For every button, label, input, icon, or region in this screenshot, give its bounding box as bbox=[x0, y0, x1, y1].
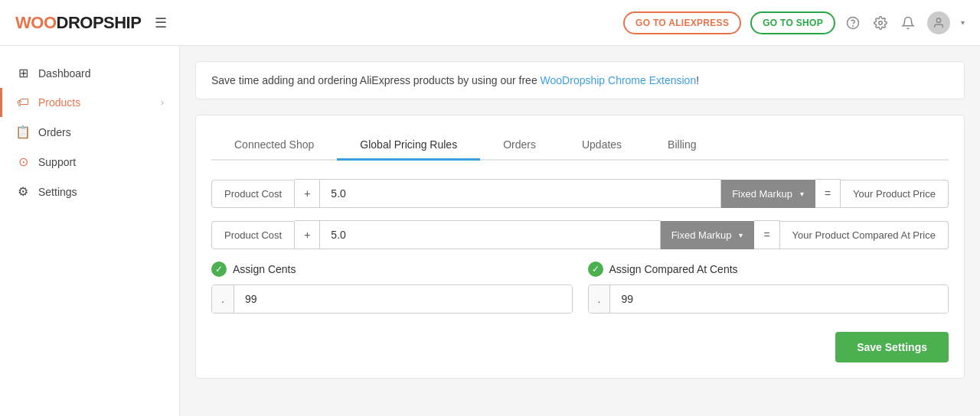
cents-input-row-left: . bbox=[211, 284, 573, 314]
chrome-extension-link[interactable]: WooDropship Chrome Extension bbox=[541, 74, 697, 86]
save-row: Save Settings bbox=[211, 332, 949, 362]
avatar[interactable] bbox=[927, 11, 950, 34]
sidebar-item-label: Settings bbox=[38, 186, 164, 198]
dashboard-icon: ⊞ bbox=[15, 66, 31, 80]
product-cost-label-2: Product Cost bbox=[211, 221, 295, 249]
sidebar-item-settings[interactable]: ⚙ Settings bbox=[0, 177, 179, 206]
assign-cents-col: ✓ Assign Cents . bbox=[211, 262, 573, 314]
markup-type-select-2[interactable]: Fixed Markup ▾ bbox=[661, 221, 755, 249]
chevron-right-icon: › bbox=[161, 97, 164, 108]
header-right: GO TO ALIEXPRESS GO TO SHOP ▾ bbox=[623, 11, 965, 34]
orders-icon: 📋 bbox=[15, 125, 31, 139]
assign-cents-checkbox-row[interactable]: ✓ Assign Cents bbox=[211, 262, 573, 277]
products-icon: 🏷 bbox=[15, 96, 31, 109]
assign-compared-cents-col: ✓ Assign Compared At Cents . bbox=[588, 262, 949, 314]
assign-cents-check-icon: ✓ bbox=[211, 262, 227, 277]
dot-separator-right: . bbox=[589, 285, 611, 313]
tab-bar: Connected Shop Global Pricing Rules Orde… bbox=[211, 131, 949, 161]
header-icons: ▾ bbox=[844, 11, 965, 34]
tab-global-pricing-rules[interactable]: Global Pricing Rules bbox=[337, 131, 480, 161]
settings-icon: ⚙ bbox=[15, 184, 31, 199]
svg-point-2 bbox=[879, 21, 883, 24]
plus-sign-2: + bbox=[295, 220, 320, 249]
dropdown-arrow-icon-1: ▾ bbox=[800, 190, 804, 198]
markup-value-input-1[interactable] bbox=[320, 179, 721, 208]
sidebar-item-products[interactable]: 🏷 Products › bbox=[0, 88, 179, 117]
settings-icon[interactable] bbox=[872, 15, 889, 31]
sidebar-item-orders[interactable]: 📋 Orders bbox=[0, 117, 179, 147]
banner-text-before: Save time adding and ordering AliExpress… bbox=[211, 74, 541, 86]
sidebar-item-label: Orders bbox=[38, 126, 164, 138]
cents-value-input-left[interactable] bbox=[234, 285, 572, 313]
tab-updates[interactable]: Updates bbox=[559, 131, 645, 161]
chrome-extension-banner: Save time adding and ordering AliExpress… bbox=[195, 61, 965, 99]
sidebar-item-label: Products bbox=[38, 96, 153, 109]
go-to-aliexpress-button[interactable]: GO TO ALIEXPRESS bbox=[623, 11, 741, 34]
markup-type-label-1: Fixed Markup bbox=[732, 188, 792, 200]
plus-sign-1: + bbox=[295, 179, 320, 208]
tab-billing[interactable]: Billing bbox=[645, 131, 719, 161]
your-product-compared-price-label: Your Product Compared At Price bbox=[780, 221, 949, 249]
main-layout: ⊞ Dashboard 🏷 Products › 📋 Orders ⊙ Supp… bbox=[0, 46, 980, 416]
tab-orders[interactable]: Orders bbox=[480, 131, 559, 161]
sidebar-item-dashboard[interactable]: ⊞ Dashboard bbox=[0, 58, 179, 88]
logo: WOODROPSHIP ☰ bbox=[15, 13, 167, 33]
content-area: Save time adding and ordering AliExpress… bbox=[180, 46, 980, 416]
banner-text-after: ! bbox=[696, 74, 699, 86]
markup-value-input-2[interactable] bbox=[320, 220, 660, 249]
notification-icon[interactable] bbox=[900, 15, 916, 31]
cents-input-row-right: . bbox=[588, 284, 949, 314]
avatar-chevron[interactable]: ▾ bbox=[961, 18, 965, 27]
sidebar-item-support[interactable]: ⊙ Support bbox=[0, 147, 179, 177]
logo-woo: WOO bbox=[15, 13, 57, 32]
equals-sign-2: = bbox=[754, 220, 779, 249]
dot-separator-left: . bbox=[212, 285, 234, 313]
support-icon: ⊙ bbox=[15, 154, 31, 169]
sidebar-item-label: Dashboard bbox=[38, 67, 164, 80]
svg-point-1 bbox=[853, 25, 854, 26]
assign-compared-cents-label: Assign Compared At Cents bbox=[609, 263, 738, 275]
equals-sign-1: = bbox=[815, 179, 841, 208]
logo-dropship: DROPSHIP bbox=[57, 13, 142, 32]
product-cost-label-1: Product Cost bbox=[211, 180, 295, 208]
sidebar: ⊞ Dashboard 🏷 Products › 📋 Orders ⊙ Supp… bbox=[0, 46, 180, 416]
pricing-settings-panel: Connected Shop Global Pricing Rules Orde… bbox=[195, 115, 965, 379]
assign-compared-cents-checkbox-row[interactable]: ✓ Assign Compared At Cents bbox=[588, 262, 949, 277]
your-product-price-label: Your Product Price bbox=[841, 180, 949, 208]
cents-section: ✓ Assign Cents . ✓ Assign Compared At Ce… bbox=[211, 262, 949, 314]
header: WOODROPSHIP ☰ GO TO ALIEXPRESS GO TO SHO… bbox=[0, 0, 980, 46]
cents-value-input-right[interactable] bbox=[610, 285, 948, 313]
pricing-row-compared: Product Cost + Fixed Markup ▾ = Your Pro… bbox=[211, 220, 949, 249]
assign-cents-label: Assign Cents bbox=[233, 263, 296, 275]
save-settings-button[interactable]: Save Settings bbox=[835, 332, 949, 362]
sidebar-item-label: Support bbox=[38, 156, 164, 168]
go-to-shop-button[interactable]: GO TO SHOP bbox=[750, 11, 835, 34]
help-icon[interactable] bbox=[844, 15, 861, 31]
assign-compared-cents-check-icon: ✓ bbox=[588, 262, 603, 277]
pricing-row-price: Product Cost + Fixed Markup ▾ = Your Pro… bbox=[211, 179, 949, 208]
markup-type-select-1[interactable]: Fixed Markup ▾ bbox=[721, 180, 815, 208]
dropdown-arrow-icon-2: ▾ bbox=[739, 231, 743, 239]
logo-text: WOODROPSHIP bbox=[15, 13, 141, 33]
svg-point-3 bbox=[936, 18, 940, 22]
markup-type-label-2: Fixed Markup bbox=[671, 229, 732, 241]
tab-connected-shop[interactable]: Connected Shop bbox=[211, 131, 337, 161]
hamburger-icon[interactable]: ☰ bbox=[155, 15, 167, 31]
